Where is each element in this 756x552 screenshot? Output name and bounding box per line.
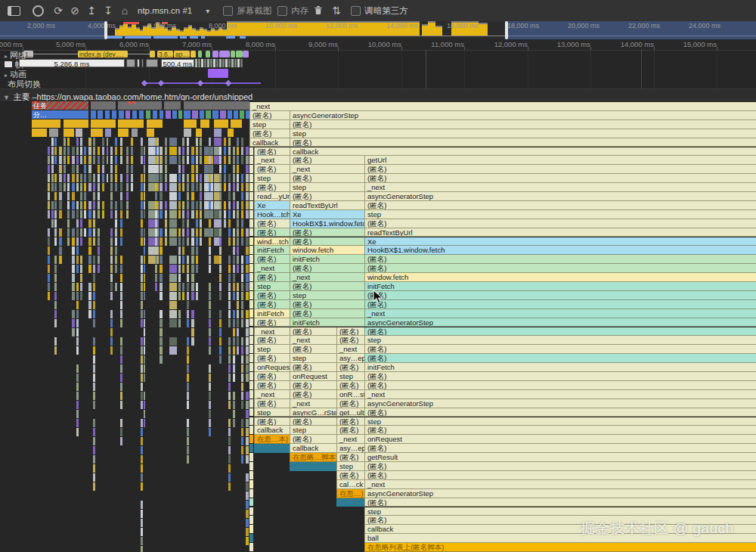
flame-entry[interactable] (139, 110, 144, 119)
flame-spike-segment[interactable] (233, 165, 235, 173)
flame-spike-segment[interactable] (144, 274, 145, 282)
flame-entry[interactable]: (匿名) (254, 219, 290, 228)
flame-entry[interactable]: initFetch (290, 255, 364, 264)
layout-shift-marker[interactable] (158, 80, 164, 86)
flame-spike-segment[interactable] (191, 228, 194, 237)
flame-spike-segment[interactable] (178, 256, 181, 264)
flame-spike-segment[interactable] (214, 219, 222, 228)
flame-entry[interactable] (240, 110, 244, 119)
flame-spike-segment[interactable] (54, 138, 57, 146)
flame-spike-segment[interactable] (160, 165, 163, 173)
flame-spike-segment[interactable] (67, 147, 70, 155)
flame-sliver[interactable] (249, 498, 253, 507)
flame-entry[interactable]: _next (364, 390, 756, 399)
flame-spike-segment[interactable] (76, 219, 79, 228)
flame-spike-segment[interactable] (93, 156, 95, 164)
flame-spike-segment[interactable] (88, 228, 91, 237)
flame-spike-segment[interactable] (178, 283, 181, 291)
flame-spike-segment[interactable] (237, 301, 239, 309)
flame-spike-segment[interactable] (88, 183, 91, 191)
flame-sliver[interactable] (249, 417, 253, 426)
flame-spike-segment[interactable] (120, 265, 122, 273)
flame-spike-segment[interactable] (241, 192, 243, 200)
flame-spike-segment[interactable] (80, 283, 82, 291)
flame-spike-segment[interactable] (54, 147, 57, 155)
flame-spike-segment[interactable] (126, 174, 129, 182)
flame-spike-segment[interactable] (209, 292, 211, 300)
flame-spike-segment[interactable] (241, 183, 243, 191)
flame-entry[interactable]: initFetch (364, 282, 756, 291)
flame-spike-segment[interactable] (246, 292, 249, 300)
flame-entry[interactable]: (匿名) (254, 273, 290, 282)
flame-spike-segment[interactable] (120, 401, 122, 409)
flame-spike-segment[interactable] (191, 165, 194, 173)
flame-spike-segment[interactable] (54, 346, 57, 355)
flame-spike-segment[interactable] (237, 147, 239, 155)
flame-spike-segment[interactable] (59, 228, 62, 237)
flame-entry[interactable]: _next (336, 435, 364, 444)
flame-spike-segment[interactable] (144, 374, 145, 382)
flame-entry[interactable]: (匿名) (254, 399, 290, 408)
flame-spike-segment[interactable] (72, 165, 75, 173)
flame-sliver[interactable] (249, 354, 253, 362)
flame-entry[interactable]: step (290, 129, 756, 138)
flame-spike-segment[interactable] (219, 174, 222, 182)
flame-spike-segment[interactable] (246, 410, 249, 418)
flame-spike-segment[interactable] (141, 355, 143, 364)
flame-spike-segment[interactable] (169, 337, 177, 346)
flame-spike-segment[interactable] (93, 337, 95, 346)
flame-spike-segment[interactable] (241, 237, 243, 246)
flame-spike-segment[interactable] (120, 437, 122, 445)
flame-spike-segment[interactable] (191, 337, 194, 346)
flame-sliver[interactable] (249, 147, 253, 156)
flame-entry[interactable]: initFetch (290, 318, 364, 327)
flame-spike-segment[interactable] (155, 138, 157, 146)
flame-spike-segment[interactable] (54, 192, 57, 200)
flame-spike-segment[interactable] (141, 446, 143, 454)
flame-spike-segment[interactable] (224, 147, 226, 155)
flame-spike-segment[interactable] (169, 265, 177, 273)
flame-spike-segment[interactable] (115, 138, 117, 146)
flame-spike-segment[interactable] (141, 192, 143, 200)
flame-spike-segment[interactable] (141, 274, 143, 282)
flame-spike-segment[interactable] (246, 501, 249, 509)
flame-spike-segment[interactable] (219, 283, 222, 291)
flame-spike-segment[interactable] (144, 292, 145, 300)
flame-spike-segment[interactable] (126, 201, 129, 209)
flame-spike-segment[interactable] (187, 383, 189, 391)
flame-spike-segment[interactable] (165, 219, 167, 228)
flame-spike-segment[interactable] (209, 165, 211, 173)
flame-spike-segment[interactable] (241, 319, 243, 327)
flame-spike-segment[interactable] (209, 374, 211, 382)
flame-spike-segment[interactable] (187, 210, 189, 219)
flame-spike-segment[interactable] (120, 210, 122, 219)
flame-spike-segment[interactable] (51, 165, 54, 173)
flame-spike-segment[interactable] (155, 192, 157, 200)
flame-spike-segment[interactable] (246, 492, 249, 500)
flame-spike-segment[interactable] (51, 210, 54, 219)
flame-spike-segment[interactable] (120, 428, 122, 436)
flame-entry[interactable] (184, 119, 197, 128)
flame-spike-segment[interactable] (219, 310, 222, 318)
flame-spike-segment[interactable] (80, 174, 82, 182)
flame-entry[interactable] (178, 110, 182, 119)
flame-spike-segment[interactable] (72, 265, 75, 273)
flame-sliver[interactable] (249, 201, 253, 209)
flame-spike-segment[interactable] (155, 283, 157, 291)
flame-spike-segment[interactable] (191, 265, 194, 273)
flame-spike-segment[interactable] (141, 537, 143, 545)
flame-spike-segment[interactable] (155, 256, 157, 264)
trash-icon[interactable] (308, 0, 328, 22)
flame-spike-segment[interactable] (246, 228, 249, 237)
flame-entry[interactable]: cal…ck (336, 480, 364, 489)
flame-spike-segment[interactable] (155, 265, 157, 273)
flame-spike-segment[interactable] (246, 392, 249, 400)
flame-entry[interactable]: _next (290, 399, 336, 408)
flame-spike-segment[interactable] (98, 174, 100, 182)
flame-entry[interactable]: (匿名) (290, 381, 336, 390)
flame-spike-segment[interactable] (228, 192, 231, 200)
flame-spike-segment[interactable] (233, 174, 235, 182)
flame-spike-segment[interactable] (187, 274, 189, 282)
flame-entry[interactable] (214, 119, 228, 128)
flame-spike-segment[interactable] (233, 274, 235, 282)
